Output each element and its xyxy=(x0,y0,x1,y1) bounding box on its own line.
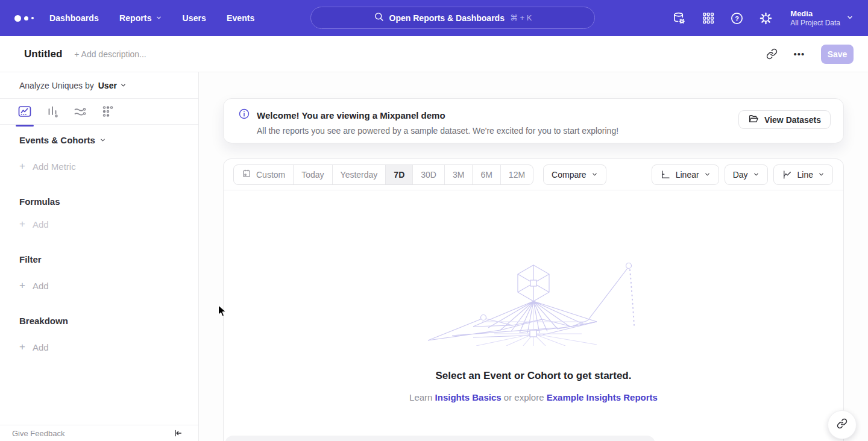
collapsed-drawer-edge[interactable] xyxy=(225,436,655,441)
give-feedback-link[interactable]: Give Feedback xyxy=(12,429,64,438)
tab-insights-line-chart[interactable] xyxy=(17,104,32,119)
example-insights-reports-link[interactable]: Example Insights Reports xyxy=(547,392,658,402)
project-info: Media All Project Data xyxy=(790,9,840,28)
primary-nav: Dashboards Reports Users Events xyxy=(49,13,254,23)
chevron-down-icon xyxy=(99,135,106,145)
project-scope: All Project Data xyxy=(790,19,840,28)
add-formula-label: Add xyxy=(33,219,49,230)
compare-label: Compare xyxy=(552,170,587,180)
date-range-custom[interactable]: Custom xyxy=(234,165,294,184)
add-filter-label: Add xyxy=(33,281,49,291)
nav-reports-label: Reports xyxy=(119,13,152,23)
empty-state: Select an Event or Cohort to get started… xyxy=(224,254,843,402)
analyze-by-value: User xyxy=(98,81,117,90)
mixpanel-dots-logo[interactable] xyxy=(14,15,39,22)
section-formulas: Formulas xyxy=(19,196,60,207)
chevron-down-icon xyxy=(591,170,598,180)
date-range-yesterday[interactable]: Yesterday xyxy=(333,165,386,184)
share-link-fab[interactable] xyxy=(828,410,857,439)
report-main: Welcome! You are viewing a Mixpanel demo… xyxy=(199,72,868,441)
analyze-row: Analyze Uniques by User xyxy=(0,72,198,99)
apps-grid-icon[interactable] xyxy=(701,11,715,25)
plus-icon: + xyxy=(19,341,25,353)
chevron-down-icon xyxy=(846,13,854,23)
insights-basics-link[interactable]: Insights Basics xyxy=(435,392,502,402)
mixpanel-insights-app: Dashboards Reports Users Events Open Rep… xyxy=(0,0,868,441)
line-chart-icon xyxy=(782,169,793,180)
link-icon xyxy=(837,418,848,431)
tab-bar-chart[interactable] xyxy=(45,104,60,119)
svg-text:?: ? xyxy=(735,14,739,22)
scale-label: Linear xyxy=(676,170,699,180)
search-icon xyxy=(374,11,384,24)
data-management-icon[interactable] xyxy=(672,11,686,25)
interval-label: Day xyxy=(733,170,748,180)
nav-users-label: Users xyxy=(183,13,206,23)
date-range-6m[interactable]: 6M xyxy=(473,165,500,184)
section-events-cohorts[interactable]: Events & Cohorts xyxy=(19,135,106,145)
welcome-banner: Welcome! You are viewing a Mixpanel demo… xyxy=(223,98,844,143)
calendar-icon xyxy=(242,169,251,180)
report-header-actions: ••• Save xyxy=(761,45,854,64)
section-breakdown: Breakdown xyxy=(19,316,68,326)
info-icon xyxy=(238,108,250,122)
middle-text: or explore xyxy=(504,392,544,402)
analyze-by-dropdown[interactable]: User xyxy=(98,81,127,90)
section-formulas-label: Formulas xyxy=(19,196,60,207)
tab-retention-grid[interactable] xyxy=(101,104,115,119)
report-description-placeholder[interactable]: + Add description... xyxy=(74,49,146,59)
chevron-down-icon xyxy=(120,81,127,90)
project-selector[interactable]: Media All Project Data xyxy=(790,9,854,28)
chevron-down-icon xyxy=(818,170,825,180)
global-search-bar[interactable]: Open Reports & Dashboards ⌘ + K xyxy=(310,7,595,29)
section-breakdown-label: Breakdown xyxy=(19,316,68,326)
nav-users[interactable]: Users xyxy=(183,13,206,23)
section-events-cohorts-label: Events & Cohorts xyxy=(19,135,95,145)
save-button[interactable]: Save xyxy=(821,45,854,64)
chart-type-label: Line xyxy=(797,170,813,180)
plus-icon: + xyxy=(19,280,25,292)
add-filter-button[interactable]: + Add xyxy=(19,280,49,292)
visualization-tabs xyxy=(0,99,198,125)
nav-events-label: Events xyxy=(227,13,255,23)
nav-reports[interactable]: Reports xyxy=(119,13,162,23)
nav-events[interactable]: Events xyxy=(227,13,255,23)
empty-state-subtitle: Learn Insights Basics or explore Example… xyxy=(224,392,843,402)
folder-icon xyxy=(748,113,759,126)
date-range-today[interactable]: Today xyxy=(294,165,332,184)
report-header: Untitled + Add description... ••• Save xyxy=(0,36,868,72)
date-range-30d[interactable]: 30D xyxy=(413,165,445,184)
search-label: Open Reports & Dashboards xyxy=(389,13,505,23)
compare-button[interactable]: Compare xyxy=(543,164,606,185)
sidebar-footer: Give Feedback xyxy=(0,425,198,441)
section-filter: Filter xyxy=(19,254,42,264)
collapse-sidebar-icon[interactable] xyxy=(173,428,183,438)
nav-dashboards[interactable]: Dashboards xyxy=(49,13,99,23)
add-metric-button[interactable]: + Add Metric xyxy=(19,160,76,172)
top-nav-right: ? Media All Project Data xyxy=(672,0,854,36)
chart-controls: Custom Today Yesterday 7D 30D 3M 6M 12M … xyxy=(224,159,843,190)
report-title[interactable]: Untitled xyxy=(24,48,62,60)
date-range-7d[interactable]: 7D xyxy=(386,165,413,184)
insights-chart-card: Custom Today Yesterday 7D 30D 3M 6M 12M … xyxy=(223,158,844,441)
date-range-custom-label: Custom xyxy=(256,170,285,180)
copy-link-icon[interactable] xyxy=(761,45,782,64)
plus-icon: + xyxy=(19,160,25,172)
interval-dropdown[interactable]: Day xyxy=(725,164,768,185)
chevron-down-icon xyxy=(704,170,711,180)
help-icon[interactable]: ? xyxy=(730,11,744,25)
settings-icon[interactable] xyxy=(759,11,773,25)
date-range-3m[interactable]: 3M xyxy=(445,165,473,184)
chevron-down-icon xyxy=(753,170,760,180)
tab-flows[interactable] xyxy=(73,104,87,119)
view-datasets-button[interactable]: View Datasets xyxy=(738,110,831,129)
add-breakdown-label: Add xyxy=(33,342,49,352)
section-filter-label: Filter xyxy=(19,254,42,264)
query-builder-sidebar: Analyze Uniques by User xyxy=(0,72,199,441)
scale-dropdown[interactable]: Linear xyxy=(652,164,719,185)
add-formula-button[interactable]: + Add xyxy=(19,218,49,230)
chart-type-dropdown[interactable]: Line xyxy=(773,164,833,185)
more-options-button[interactable]: ••• xyxy=(788,45,810,64)
date-range-12m[interactable]: 12M xyxy=(501,165,533,184)
add-breakdown-button[interactable]: + Add xyxy=(19,341,49,353)
